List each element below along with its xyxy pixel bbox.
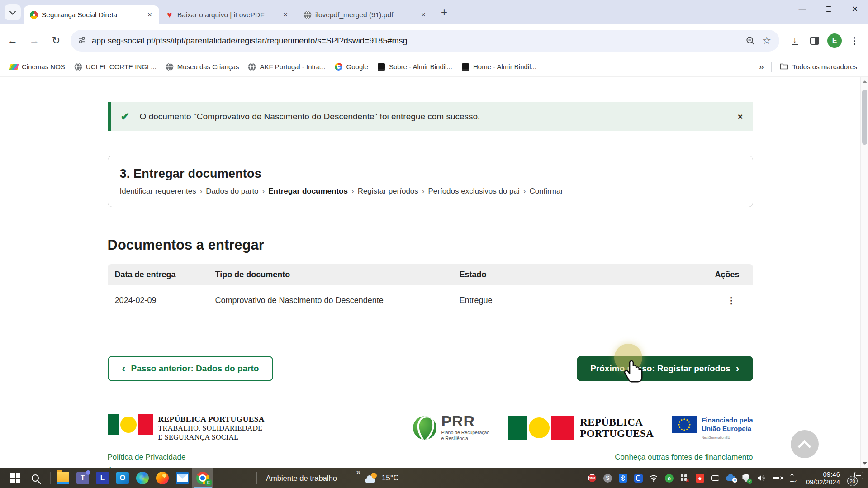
cell-type: Comprovativo de Nascimento do Descendent… [208,285,452,316]
notification-center-button[interactable]: 20 [847,470,863,486]
page-footer: REPÚBLICA PORTUGUESA TRABALHO, SOLIDARIE… [108,404,753,468]
breadcrumb-periodos-exclusivos[interactable]: Períodos exclusivos do pai [428,187,519,196]
sync-error-tray-icon[interactable]: ✗ [679,473,690,484]
taskbar-l-app[interactable]: L [93,468,113,488]
taskbar-mail[interactable] [172,468,192,488]
anydesk-tray-icon[interactable]: ◆ [694,473,706,484]
alert-message: O documento "Comprovativo de Nascimento … [140,112,480,122]
taskbar-clock[interactable]: 09:46 09/02/2024 [806,470,840,486]
usb-tray-icon[interactable] [787,473,798,484]
address-bar[interactable]: app.seg-social.pt/ptss/itpt/parentalidad… [71,30,779,52]
republica-portuguesa-logo: REPÚBLICA PORTUGUESA [508,416,654,440]
scrollbar-down-arrow[interactable] [861,460,868,467]
tab-search-button[interactable] [5,4,21,20]
tab-pdf-file[interactable]: ilovepdf_merged (91).pdf × [297,5,433,24]
windows-security-tray-icon[interactable]: ✓ [740,473,752,484]
bookmark-star-icon[interactable]: ☆ [759,33,775,49]
bookmark-home-almir[interactable]: Home - Almir Bindil... [457,61,541,73]
side-panel-button[interactable] [806,32,824,50]
bookmark-google[interactable]: Google [330,61,373,73]
bookmark-uci[interactable]: UCI EL CORTE INGL... [70,61,161,73]
financing-sources-link[interactable]: Conheça outras fontes de financiamento [615,453,753,461]
check-icon: ✔ [121,110,130,123]
edge-icon [136,472,149,484]
bookmark-sobre-almir[interactable]: Sobre - Almir Bindil... [373,61,457,73]
taskbar-chrome-active[interactable]: E [192,468,213,488]
onedrive-tray-icon[interactable] [725,473,736,484]
eset-tray-icon[interactable]: e [664,473,675,484]
back-button[interactable]: ← [4,32,22,50]
forward-button[interactable]: → [25,32,43,50]
tab-close-icon[interactable]: × [145,10,155,20]
time-text: 09:46 [806,470,840,478]
site-thumbnail-icon [377,63,385,71]
taskbar-search-button[interactable] [25,468,45,488]
privacy-policy-link[interactable]: Política de Privacidade [108,453,186,461]
weather-widget[interactable]: 15°C [365,473,399,483]
bluetooth-tray-icon[interactable] [617,473,629,484]
bookmark-akf[interactable]: AKF Portugal - Intra... [243,61,330,73]
row-actions-kebab-icon[interactable]: ⋮ [727,296,736,305]
google-icon [335,63,343,71]
previous-step-button[interactable]: ‹ Passo anterior: Dados do parto [108,356,274,381]
breadcrumb-identificar-requerentes[interactable]: Identificar requerentes [120,187,196,196]
bookmark-cinemas-nos[interactable]: Cinemas NOS [5,61,70,73]
skype-tray-icon[interactable]: S [602,473,613,484]
side-panel-icon [810,37,819,45]
window-maximize-button[interactable] [816,0,842,18]
tab-seguranca-social[interactable]: Segurança Social Direta × [24,5,159,24]
globe-icon [166,63,174,71]
wifi-tray-icon[interactable] [648,473,659,484]
scroll-to-top-button[interactable] [791,430,819,458]
breadcrumb-separator: › [200,187,203,196]
zoom-out-icon[interactable] [742,33,759,49]
breadcrumb-dados-do-parto[interactable]: Dados do parto [206,187,258,196]
next-step-button[interactable]: Próximo passo: Registar períodos › [577,356,753,381]
cell-status: Entregue [452,285,642,316]
taskbar-divider [49,472,49,484]
site-settings-icon[interactable] [78,36,86,46]
all-bookmarks-button[interactable]: Todos os marcadores [774,60,863,74]
taskbar-divider [256,472,257,484]
site-thumbnail-icon [461,63,470,71]
phone-link-tray-icon[interactable] [633,473,644,484]
browser-menu-button[interactable]: ⋮ [845,32,863,50]
breadcrumb-entregar-documentos[interactable]: Entregar documentos [268,187,348,196]
alert-close-icon[interactable]: × [738,112,743,122]
taskbar-outlook[interactable]: O [113,468,133,488]
scrollbar-thumb[interactable] [862,90,867,145]
vertical-scrollbar[interactable] [860,77,868,468]
taskbar-file-explorer[interactable] [53,468,73,488]
tab-close-icon[interactable]: × [280,10,290,20]
profile-avatar[interactable]: E [825,32,844,50]
column-header-date: Data de entrega [108,264,208,285]
tab-close-icon[interactable]: × [418,10,428,20]
bookmark-museu[interactable]: Museu das Crianças [161,61,244,73]
breadcrumb-registar-periodos[interactable]: Registar períodos [358,187,418,196]
toolbar-overflow-chevron[interactable]: » [356,468,360,477]
desktop-toolbar[interactable]: Ambiente de trabalho » [266,474,337,483]
new-tab-button[interactable]: + [436,5,452,20]
cinemas-nos-icon [10,63,18,71]
eu-flag-icon [672,416,697,433]
window-close-button[interactable]: × [842,0,868,18]
volume-tray-icon[interactable] [756,473,767,484]
firefox-icon [156,472,169,484]
taskbar-teams[interactable]: T [73,468,93,488]
screen-cast-tray-icon[interactable] [710,473,721,484]
column-header-type: Tipo de documento [208,264,452,285]
breadcrumb-confirmar[interactable]: Confirmar [529,187,563,196]
url-text[interactable]: app.seg-social.pt/ptss/itpt/parentalidad… [92,36,742,46]
reload-button[interactable]: ↻ [47,32,65,50]
globe-favicon [304,11,312,19]
bookmarks-overflow-chevron[interactable]: » [754,62,768,72]
taskbar-edge[interactable] [133,468,152,488]
tab-ilovepdf-download[interactable]: ♥ Baixar o arquivo | iLovePDF × [159,5,295,24]
traffic-stop-tray-icon[interactable]: STOP [587,473,598,484]
scrollbar-up-arrow[interactable] [861,78,868,85]
battery-tray-icon[interactable] [771,473,783,484]
downloads-button[interactable]: ↓ [786,32,804,50]
window-minimize-button[interactable]: — [789,0,816,18]
start-button[interactable] [5,468,25,488]
taskbar-firefox[interactable] [152,468,172,488]
